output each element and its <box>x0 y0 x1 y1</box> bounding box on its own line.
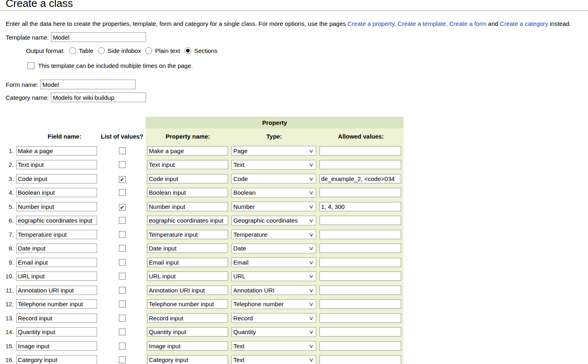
type-select[interactable]: URL ∨ <box>231 271 316 281</box>
type-select[interactable]: Boolean ∨ <box>231 188 316 198</box>
row-number: 11. <box>6 287 14 294</box>
radio-side-infobox[interactable] <box>98 47 105 54</box>
field-name-input[interactable] <box>16 188 97 197</box>
property-name-input[interactable] <box>147 216 228 225</box>
list-of-values-checkbox[interactable] <box>119 356 126 363</box>
page-title: Create a class <box>6 0 588 8</box>
type-select[interactable]: Telephone number ∨ <box>231 299 316 309</box>
output-format-options: TableSide infoboxPlain textSections <box>65 47 218 54</box>
list-of-values-checkbox[interactable] <box>119 189 126 196</box>
type-select[interactable]: Text ∨ <box>231 341 316 351</box>
field-name-input[interactable] <box>16 271 97 281</box>
field-name-input[interactable] <box>16 202 97 211</box>
list-of-values-checkbox[interactable] <box>119 147 126 154</box>
type-select[interactable]: Code ∨ <box>231 174 316 183</box>
list-of-values-checkbox[interactable] <box>119 217 126 224</box>
category-name-input[interactable] <box>51 93 146 102</box>
field-name-input[interactable] <box>16 216 97 225</box>
list-of-values-checkbox[interactable] <box>119 301 126 307</box>
form-name-input[interactable] <box>40 80 135 89</box>
list-of-values-checkbox[interactable] <box>119 245 126 252</box>
field-name-input[interactable] <box>16 327 97 337</box>
create-property-link[interactable]: Create a property, <box>347 20 396 27</box>
type-select[interactable]: Quantity ∨ <box>231 327 316 337</box>
row-number: 13. <box>5 315 14 322</box>
property-name-input[interactable] <box>147 314 228 323</box>
type-select[interactable]: Geographic coordinates ∨ <box>231 216 316 225</box>
property-name-input[interactable] <box>147 230 228 239</box>
multiple-instance-checkbox[interactable] <box>27 62 34 69</box>
list-of-values-checkbox[interactable] <box>119 328 126 335</box>
type-select[interactable]: Text ∨ <box>231 355 316 364</box>
property-name-input[interactable] <box>147 188 228 197</box>
property-name-input[interactable] <box>147 286 228 295</box>
radio-plain-text[interactable] <box>145 47 152 54</box>
allowed-values-input[interactable] <box>319 230 401 239</box>
type-select[interactable]: Temperature ∨ <box>231 229 316 239</box>
field-name-input[interactable] <box>16 146 97 156</box>
list-of-values-checkbox[interactable]: ✔ <box>119 176 126 183</box>
list-of-values-checkbox[interactable] <box>119 315 126 322</box>
property-name-input[interactable] <box>147 299 228 309</box>
allowed-values-input[interactable] <box>319 286 401 295</box>
property-name-input[interactable] <box>147 271 228 281</box>
type-select[interactable]: Page ∨ <box>231 146 316 156</box>
list-of-values-checkbox[interactable] <box>119 161 126 168</box>
property-name-input[interactable] <box>147 341 228 351</box>
allowed-values-input[interactable] <box>319 299 401 309</box>
list-of-values-checkbox[interactable] <box>119 273 126 280</box>
property-name-input[interactable] <box>147 244 228 253</box>
list-of-values-checkbox[interactable] <box>119 259 126 266</box>
allowed-values-input[interactable] <box>319 327 401 337</box>
field-name-input[interactable] <box>16 244 97 253</box>
property-name-input[interactable] <box>147 146 228 156</box>
field-name-input[interactable] <box>16 160 97 169</box>
field-name-input[interactable] <box>16 314 97 323</box>
create-category-link[interactable]: Create a category <box>500 20 548 27</box>
allowed-values-input[interactable] <box>319 160 401 169</box>
type-select[interactable]: Record ∨ <box>231 313 316 323</box>
field-name-input[interactable] <box>16 174 97 183</box>
property-name-input[interactable] <box>147 202 228 211</box>
intro-sep: and <box>486 20 500 27</box>
allowed-values-input[interactable] <box>319 244 401 253</box>
radio-sections[interactable] <box>184 47 191 54</box>
allowed-values-input[interactable] <box>319 341 401 351</box>
type-select[interactable]: Number ∨ <box>231 202 316 211</box>
list-of-values-checkbox[interactable] <box>119 343 126 349</box>
list-of-values-checkbox[interactable] <box>119 287 126 294</box>
allowed-values-input[interactable] <box>319 188 401 197</box>
allowed-values-input[interactable] <box>319 355 401 364</box>
template-name-input[interactable] <box>51 32 146 42</box>
field-name-input[interactable] <box>16 230 97 239</box>
create-form-link[interactable]: Create a form <box>449 20 486 27</box>
allowed-values-input[interactable] <box>319 258 401 267</box>
field-name-input[interactable] <box>16 341 97 351</box>
type-select[interactable]: Email ∨ <box>231 257 316 267</box>
list-of-values-checkbox[interactable]: ✔ <box>119 204 126 211</box>
allowed-values-input[interactable] <box>319 314 401 323</box>
field-name-input[interactable] <box>16 258 97 267</box>
type-select[interactable]: Annotation URI ∨ <box>231 285 316 295</box>
type-select[interactable]: Date ∨ <box>231 244 316 253</box>
field-name-input[interactable] <box>16 286 97 295</box>
property-name-input[interactable] <box>147 258 228 267</box>
allowed-values-input[interactable] <box>319 174 401 183</box>
property-name-input[interactable] <box>147 174 228 183</box>
property-name-input[interactable] <box>147 327 228 337</box>
table-row: 15. Text ∨ <box>0 339 404 353</box>
property-name-input[interactable] <box>147 160 228 169</box>
field-name-input[interactable] <box>16 299 97 309</box>
intro-text: Enter all the data here to create the pr… <box>6 20 588 27</box>
field-name-input[interactable] <box>16 355 97 364</box>
property-name-input[interactable] <box>147 355 228 364</box>
allowed-values-input[interactable] <box>319 202 401 211</box>
allowed-values-input[interactable] <box>319 271 401 281</box>
radio-table[interactable] <box>69 47 76 54</box>
list-of-values-checkbox[interactable] <box>119 231 126 238</box>
allowed-values-input[interactable] <box>319 216 401 225</box>
type-select[interactable]: Text ∨ <box>231 160 316 170</box>
page-header: Create a class <box>0 0 588 11</box>
allowed-values-input[interactable] <box>319 146 401 156</box>
create-template-link[interactable]: Create a template, <box>398 20 447 27</box>
